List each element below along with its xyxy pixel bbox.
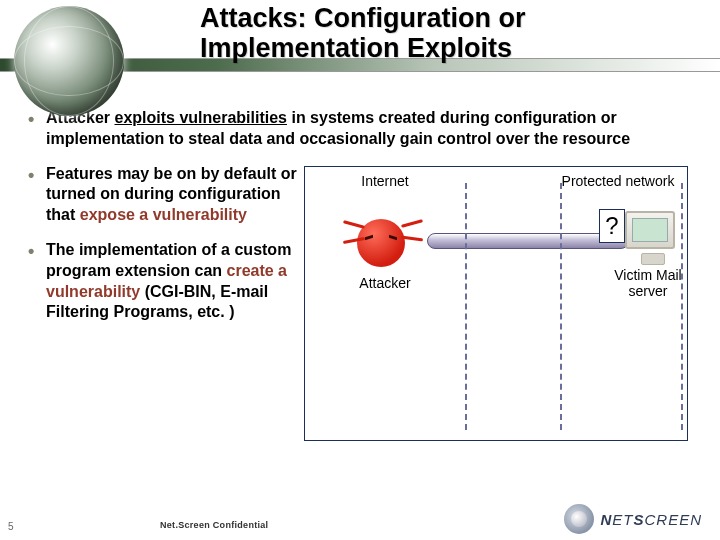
brand-creen: CREEN xyxy=(644,511,702,528)
bullet-1: Attacker exploits vulnerabilities in sys… xyxy=(28,108,702,150)
attacker-face-icon xyxy=(365,236,397,248)
attacker-arm-icon xyxy=(343,220,365,229)
bullet-3: The implementation of a custom program e… xyxy=(28,240,298,323)
page-number: 5 xyxy=(8,521,14,532)
brand-logo-text: NETSCREEN xyxy=(600,511,702,528)
attacker-eye-left-icon xyxy=(365,234,373,240)
slide-content: Attacker exploits vulnerabilities in sys… xyxy=(28,108,702,492)
attacker-arm-icon xyxy=(401,219,423,228)
dashed-divider-icon xyxy=(465,183,467,430)
brand-s: S xyxy=(633,511,644,528)
globe-icon xyxy=(14,6,124,116)
brand-logo: NETSCREEN xyxy=(564,504,702,534)
brand-et: ET xyxy=(612,511,633,528)
label-attacker: Attacker xyxy=(335,275,435,291)
label-protected-network: Protected network xyxy=(553,173,683,189)
question-box: ? xyxy=(599,209,625,243)
diagram-frame: Internet Protected network ? Attacker Vi… xyxy=(304,166,688,441)
network-diagram: Internet Protected network ? Attacker Vi… xyxy=(298,164,702,454)
slide-header: Attacks: Configuration or Implementation… xyxy=(0,0,720,92)
label-victim: Victim Mail server xyxy=(603,267,693,299)
confidential-label: Net.Screen Confidential xyxy=(160,520,268,530)
brand-n: N xyxy=(600,511,612,528)
slide-footer: 5 Net.Screen Confidential NETSCREEN xyxy=(0,500,720,540)
attacker-eye-right-icon xyxy=(389,234,397,240)
brand-logo-icon xyxy=(564,504,594,534)
bullet-2: Features may be on by default or turned … xyxy=(28,164,298,226)
bullet-1-underline: exploits vulnerabilities xyxy=(114,109,287,126)
bullet-2-highlight: expose a vulnerability xyxy=(80,206,247,223)
dashed-divider-icon xyxy=(681,183,683,430)
dashed-divider-icon xyxy=(560,183,562,430)
label-internet: Internet xyxy=(335,173,435,189)
slide-title: Attacks: Configuration or Implementation… xyxy=(200,4,680,63)
server-monitor-icon xyxy=(625,211,675,249)
